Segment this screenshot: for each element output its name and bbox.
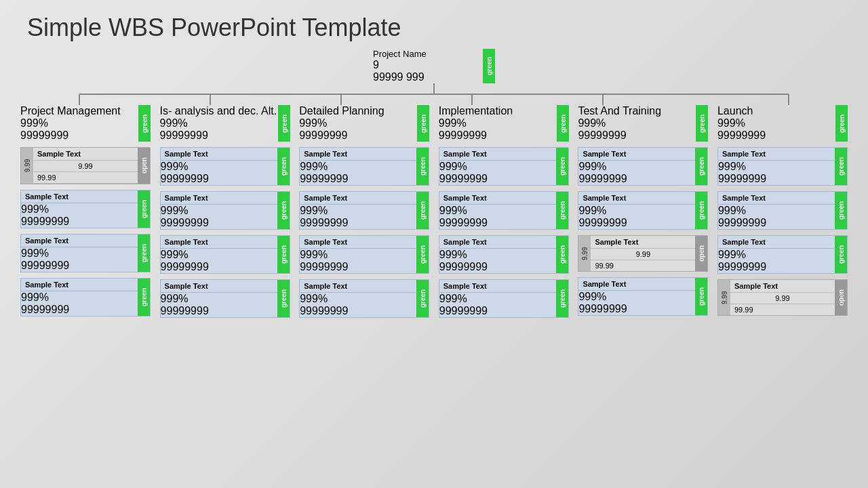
sub-tab-5-0: green (835, 148, 847, 185)
sub-tab-4-1: green (695, 192, 707, 229)
l1-header-0: Project Management (20, 105, 138, 117)
col-4: Sample Text 999% 99999999 green Sample T… (578, 147, 708, 318)
level1-card-4: Test And Training 999% 99999999 green (578, 105, 708, 142)
sub-card-0-2: Sample Text 999% 99999999 green (20, 234, 151, 272)
sub-tab-4-3: green (695, 278, 707, 315)
page-title: Simple WBS PowerPoint Template (0, 0, 868, 49)
level1-card-5: Launch 999% 99999999 green (717, 105, 848, 142)
sub-card-2-3: Sample Text 999% 99999999 green (299, 279, 429, 318)
l1-tab-4: green (696, 105, 708, 142)
root-node: Project Name 9 99999 999 green (14, 49, 854, 83)
sub-card-4-2-body: Sample Text 9.99 99.99 (591, 236, 695, 271)
sub-tab-3-3: green (556, 280, 568, 317)
l1-tab-3: green (557, 105, 569, 142)
sub-card-1-1: Sample Text 999% 99999999 green (160, 191, 290, 230)
sub-tab-1-0: green (277, 148, 290, 185)
l1-tab-1: green (278, 105, 290, 142)
sub-tab-0-2: green (138, 235, 150, 272)
col-5: Sample Text 999% 99999999 green Sample T… (717, 147, 848, 318)
sub-tab-2-2: green (416, 236, 429, 273)
sub-tab-5-3: open (835, 280, 847, 315)
sub-tab-4-0: green (695, 148, 707, 185)
sub-tab-1-3: green (277, 280, 290, 317)
l1-header-5: Launch (717, 105, 835, 117)
side-val-4-2: 9.99 (578, 236, 591, 271)
sub-card-5-2: Sample Text 999% 99999999 green (717, 235, 848, 274)
sub-tab-1-1: green (277, 192, 290, 229)
sub-card-5-0: Sample Text 999% 99999999 green (717, 147, 848, 186)
l1-header-4: Test And Training (578, 105, 696, 117)
col-2: Sample Text 999% 99999999 green Sample T… (299, 147, 429, 318)
sub-tab-1-2: green (277, 236, 290, 273)
sub-tab-3-2: green (556, 236, 568, 273)
sub-tab-2-3: green (416, 280, 429, 317)
sub-tab-5-1: green (835, 192, 847, 229)
sub-tab-0-3: green (138, 279, 150, 316)
level1-row: Project Management 999% 99999999 green I… (14, 105, 854, 142)
root-body: Project Name 9 99999 999 (373, 49, 483, 83)
col-0: 9.99 Sample Text 9.99 99.99 open Sample … (20, 147, 151, 318)
l1-header-3: Implementation (439, 105, 557, 117)
connector-svg (14, 83, 854, 105)
sub-tab-2-1: green (416, 192, 429, 229)
sub-card-0-1: Sample Text 999% 99999999 green (20, 190, 151, 228)
sub-card-2-2: Sample Text 999% 99999999 green (299, 235, 429, 274)
sub-card-1-3: Sample Text 999% 99999999 green (160, 279, 290, 318)
sub-tab-0-1: green (138, 190, 150, 228)
col-1: Sample Text 999% 99999999 green Sample T… (160, 147, 290, 318)
sub-card-3-1: Sample Text 999% 99999999 green (439, 191, 569, 230)
sub-card-5-3: 9.99 Sample Text 9.99 99.99 open (717, 279, 848, 316)
sub-tab-3-1: green (556, 192, 568, 229)
sub-card-1-0: Sample Text 999% 99999999 green (160, 147, 290, 186)
sub-tab-5-2: green (835, 236, 847, 273)
sub-columns-area: 9.99 Sample Text 9.99 99.99 open Sample … (14, 147, 854, 318)
sub-tab-3-0: green (556, 148, 568, 185)
sub-card-1-2: Sample Text 999% 99999999 green (160, 235, 290, 274)
l1-header-2: Detailed Planning (299, 105, 417, 117)
sub-card-5-3-body: Sample Text 9.99 99.99 (730, 280, 835, 315)
sub-card-0-3: Sample Text 999% 99999999 green (20, 278, 151, 317)
sub-card-2-1: Sample Text 999% 99999999 green (299, 191, 429, 230)
root-row1: 9 (373, 59, 483, 71)
tree-connector-root (14, 83, 854, 105)
sub-tab-4-2: open (695, 236, 707, 271)
wbs-container: Project Name 9 99999 999 green (0, 49, 868, 318)
sub-card-4-0: Sample Text 999% 99999999 green (578, 147, 708, 186)
sub-card-0-0-body: Sample Text 9.99 99.99 (33, 148, 138, 184)
root-header: Project Name (373, 49, 483, 59)
sub-card-3-0: Sample Text 999% 99999999 green (439, 147, 569, 186)
side-val-0: 9.99 (21, 148, 33, 184)
l1-tab-2: green (417, 105, 429, 142)
l1-tab-0: green (138, 105, 151, 142)
level1-card-3: Implementation 999% 99999999 green (439, 105, 569, 142)
root-row2: 99999 999 (373, 71, 483, 83)
side-val-5-3: 9.99 (718, 280, 730, 315)
sub-header-0-0: Sample Text (33, 148, 138, 161)
sub-card-5-1: Sample Text 999% 99999999 green (717, 191, 848, 230)
sub-card-4-3: Sample Text 999% 99999999 green (578, 277, 708, 316)
level1-card-2: Detailed Planning 999% 99999999 green (299, 105, 429, 142)
sub-card-2-0: Sample Text 999% 99999999 green (299, 147, 429, 186)
sub-card-4-2: 9.99 Sample Text 9.99 99.99 open (578, 235, 708, 272)
sub-tab-2-0: green (416, 148, 429, 185)
sub-card-4-1: Sample Text 999% 99999999 green (578, 191, 708, 230)
sub-card-3-2: Sample Text 999% 99999999 green (439, 235, 569, 274)
l1-tab-5: green (835, 105, 848, 142)
sub-tab-0-0: open (138, 148, 150, 184)
level1-card-1: Is- analysis and dec. Alt. 999% 99999999… (160, 105, 290, 142)
root-card: Project Name 9 99999 999 green (373, 49, 495, 83)
col-3: Sample Text 999% 99999999 green Sample T… (439, 147, 569, 318)
level1-card-0: Project Management 999% 99999999 green (20, 105, 151, 142)
l1-header-1: Is- analysis and dec. Alt. (160, 105, 278, 117)
root-green-tab: green (483, 49, 495, 83)
sub-card-0-0: 9.99 Sample Text 9.99 99.99 open (20, 147, 151, 184)
sub-card-3-3: Sample Text 999% 99999999 green (439, 279, 569, 318)
